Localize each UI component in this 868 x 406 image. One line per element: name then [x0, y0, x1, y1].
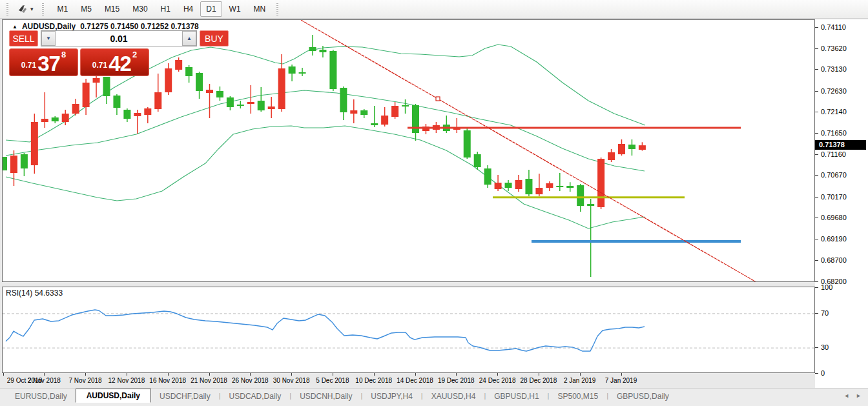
volume-input[interactable]	[56, 31, 182, 46]
chart-tab-usdcnh-daily[interactable]: USDCNH,Daily	[291, 389, 360, 403]
timeframe-h1-button[interactable]: H1	[155, 1, 176, 17]
candle-body	[587, 204, 594, 206]
timeframe-mn-button[interactable]: MN	[248, 1, 272, 17]
candle-body	[144, 108, 151, 115]
toolbar-gripper[interactable]	[6, 3, 8, 15]
time-axis-label: 21 Nov 2018	[187, 377, 232, 384]
tab-scroll-left-icon[interactable]: ◄	[843, 392, 849, 399]
chart-tab-gbpusd-daily[interactable]: GBPUSD,Daily	[608, 389, 677, 403]
price-axis-tick	[815, 91, 818, 92]
candle-body	[227, 97, 234, 107]
candle-body	[247, 102, 254, 104]
sell-price-panel[interactable]: 0.71 37 8	[9, 48, 78, 76]
candle-body	[165, 68, 172, 92]
rsi-axis-tick	[815, 287, 818, 288]
volume-increase-button[interactable]: ▲	[182, 31, 196, 46]
time-axis-tick	[291, 373, 292, 376]
chart-tab-audusd-daily[interactable]: AUDUSD,Daily	[76, 389, 151, 403]
chart-pane[interactable]: ▲ AUDUSD,Daily 0.71275 0.71450 0.71252 0…	[2, 19, 815, 282]
candle-body	[535, 188, 542, 194]
time-axis[interactable]: 29 Oct 20182 Nov 20187 Nov 201812 Nov 20…	[2, 373, 815, 388]
price-axis-label: 0.68700	[821, 256, 847, 264]
candle-body	[299, 72, 306, 74]
toolbar-gripper[interactable]	[276, 3, 278, 15]
time-axis-label: 2 Nov 2018	[21, 377, 67, 384]
price-axis-tick	[815, 69, 818, 70]
chart-tabs: EURUSD,DailyAUDUSD,DailyUSDCHF,Daily|USD…	[6, 389, 677, 403]
time-axis-tick	[374, 373, 375, 376]
rsi-axis-label: 0	[821, 369, 825, 377]
rsi-chart-canvas[interactable]	[3, 287, 814, 372]
tab-scroll-right-icon[interactable]: ►	[856, 392, 862, 399]
chart-tab-sp500-m15[interactable]: SP500,M15	[549, 389, 606, 403]
sell-price-pipette: 8	[61, 50, 66, 59]
candle-body	[289, 66, 296, 74]
chart-objects-button[interactable]: ▾	[13, 3, 37, 15]
rsi-pane[interactable]: RSI(14) 54.6333	[2, 287, 815, 373]
volume-decrease-button[interactable]: ▼	[41, 31, 56, 46]
candle-body	[21, 154, 28, 168]
bollinger-middle-band	[6, 90, 645, 171]
candle-body	[113, 96, 120, 108]
candle-body	[639, 145, 646, 150]
buy-price-pipette: 2	[132, 50, 137, 59]
candle-body	[268, 107, 275, 109]
chart-tab-usdchf-daily[interactable]: USDCHF,Daily	[151, 389, 219, 403]
chart-tab-eurusd-daily[interactable]: EURUSD,Daily	[6, 389, 76, 403]
chart-tab-usdcad-daily[interactable]: USDCAD,Daily	[221, 389, 290, 403]
time-axis-tick	[497, 373, 498, 376]
chart-tab-xauusd-h4[interactable]: XAUUSD,H4	[423, 389, 484, 403]
candle-body	[52, 117, 59, 121]
price-axis-label: 0.70170	[821, 193, 847, 201]
rsi-axis-label: 100	[821, 283, 832, 291]
time-axis-label: 14 Dec 2018	[393, 377, 438, 384]
candle-body	[62, 114, 69, 122]
price-axis-label: 0.71650	[821, 129, 847, 137]
price-axis-label: 0.71160	[821, 150, 846, 158]
candle-body	[72, 104, 79, 114]
price-axis-label: 0.69680	[821, 214, 847, 221]
timeframe-m30-button[interactable]: M30	[127, 1, 153, 17]
chart-tab-gbpusd-h1[interactable]: GBPUSD,H1	[486, 389, 547, 403]
sell-button[interactable]: SELL	[9, 30, 38, 46]
buy-button[interactable]: BUY	[200, 30, 229, 46]
time-axis-tick	[539, 373, 539, 376]
toolbar-gripper[interactable]	[42, 3, 44, 15]
price-axis-tick	[815, 218, 818, 218]
candle-body	[31, 122, 38, 165]
timeframe-group: M1M5M15M30H1H4D1W1MN	[51, 1, 273, 17]
timeframe-m5-button[interactable]: M5	[75, 1, 98, 17]
price-axis-tick	[815, 27, 818, 28]
trendline-handle[interactable]	[436, 97, 440, 101]
chart-objects-icon	[17, 5, 28, 14]
rsi-axis-tick	[815, 313, 818, 314]
candle-body	[474, 154, 481, 167]
time-axis-tick	[580, 373, 581, 376]
timeframe-w1-button[interactable]: W1	[223, 1, 247, 17]
buy-price-panel[interactable]: 0.71 42 2	[80, 48, 149, 76]
time-axis-label: 30 Nov 2018	[269, 377, 314, 384]
candle-body	[340, 88, 347, 112]
main-toolbar: ▾ M1M5M15M30H1H4D1W1MN	[0, 0, 868, 19]
time-axis-label: 28 Dec 2018	[516, 377, 561, 384]
timeframe-m15-button[interactable]: M15	[99, 1, 125, 17]
timeframe-h4-button[interactable]: H4	[178, 1, 199, 17]
dropdown-caret-icon: ▾	[30, 6, 34, 12]
chart-ohlc-values: 0.71275 0.71450 0.71252 0.71378	[80, 22, 199, 31]
price-axis-label: 0.70670	[821, 171, 847, 179]
rsi-indicator-label: RSI(14) 54.6333	[6, 289, 63, 298]
candle-body	[175, 60, 182, 70]
rsi-axis-label: 70	[821, 309, 829, 317]
price-axis[interactable]: 0.71378 0.741100.736200.731300.726300.72…	[815, 19, 868, 388]
candle-body	[360, 110, 367, 115]
candle-body	[556, 186, 563, 187]
chart-tab-usdjpy-h4[interactable]: USDJPY,H4	[362, 389, 420, 403]
candle-body	[10, 156, 17, 173]
candle-body	[319, 50, 326, 52]
price-axis-tick	[815, 133, 818, 134]
timeframe-m1-button[interactable]: M1	[52, 1, 74, 17]
current-price-box: 0.71378	[815, 140, 866, 150]
timeframe-d1-button[interactable]: D1	[200, 1, 222, 17]
time-axis-tick	[85, 373, 86, 376]
time-axis-tick	[250, 373, 251, 376]
